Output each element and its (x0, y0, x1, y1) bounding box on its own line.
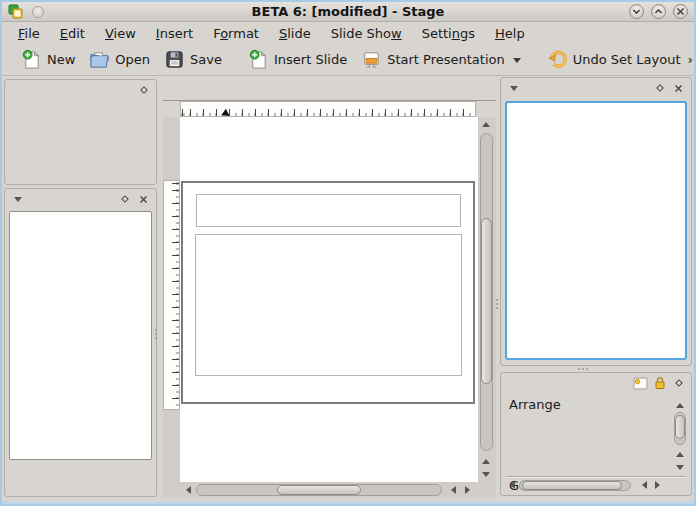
tool-options-header (501, 373, 691, 393)
right-splitter-handle[interactable] (578, 368, 588, 370)
toolbar-button-label: Start Presentation (387, 52, 505, 67)
menu-file[interactable]: File (8, 24, 50, 43)
close-dock-icon[interactable] (672, 82, 685, 95)
dropdown-arrow-icon[interactable] (513, 58, 521, 67)
scroll-down-icon[interactable] (480, 468, 492, 480)
tool-options-dock: Arrange Geometry (500, 372, 692, 496)
dock-splitter-handle[interactable] (155, 329, 157, 339)
insert-slide-icon (248, 49, 269, 70)
insert-slide-button[interactable]: Insert Slide (241, 46, 354, 73)
menubar: FileEditViewInsertFormatSlideSlide ShowS… (2, 23, 694, 44)
slide-canvas[interactable] (180, 117, 478, 482)
save-button[interactable]: Save (157, 46, 229, 73)
layout-list (505, 101, 687, 360)
open-folder-icon (89, 49, 110, 70)
collapse-dock-icon[interactable] (507, 82, 520, 95)
float-dock-icon[interactable] (653, 82, 666, 95)
canvas-area (163, 117, 496, 497)
close-button[interactable] (673, 4, 688, 19)
menu-help[interactable]: Help (485, 24, 535, 43)
scroll-up-icon[interactable] (674, 448, 686, 460)
slide-layouts-dock (500, 77, 692, 366)
document-dock (4, 188, 157, 497)
new-doc-icon (21, 49, 42, 70)
minimize-button[interactable] (629, 4, 644, 19)
menu-slide[interactable]: Slide (269, 24, 321, 43)
toolbar-button-label: Save (190, 52, 222, 67)
scroll-left-icon[interactable] (506, 479, 518, 491)
tools-dock (4, 79, 157, 185)
section-divider (507, 476, 685, 477)
arrange-section-label: Arrange (509, 397, 561, 412)
document-dock-header (5, 189, 156, 209)
menu-slide-show[interactable]: Slide Show (321, 24, 412, 43)
scroll-up-icon[interactable] (674, 399, 686, 411)
canvas-vertical-scrollbar[interactable] (479, 118, 494, 481)
arrange-buttons (507, 413, 669, 471)
horizontal-ruler (180, 101, 476, 117)
start-presentation-button[interactable]: Start Presentation (354, 46, 528, 73)
window-title: BETA 6: [modified] - Stage (2, 4, 694, 19)
toolbar-button-label: Open (115, 52, 150, 67)
tool-options-horizontal-scrollbar[interactable] (506, 479, 664, 492)
toolbar-button-label: Undo Set Layout (573, 52, 681, 67)
center-splitter-handle[interactable] (496, 299, 498, 309)
view-tabbar (163, 78, 496, 101)
application-window: BETA 6: [modified] - Stage FileEditViewI… (0, 0, 696, 506)
scroll-down-icon[interactable] (674, 461, 686, 473)
slide-list (9, 211, 152, 460)
scroll-left-icon[interactable] (447, 484, 459, 496)
tools-dock-header (5, 80, 156, 100)
scroll-right-icon[interactable] (651, 479, 663, 491)
window-controls (629, 4, 688, 19)
vertical-scroll-thumb[interactable] (675, 415, 685, 439)
undo-icon (547, 49, 568, 70)
vertical-scroll-thumb[interactable] (481, 218, 492, 384)
toolbar-button-label: New (47, 52, 75, 67)
vertical-ruler (163, 180, 180, 410)
collapse-dock-icon[interactable] (11, 193, 24, 206)
close-dock-icon[interactable] (137, 193, 150, 206)
menu-settings[interactable]: Settings (412, 24, 485, 43)
toolbar-overflow-button[interactable]: › (687, 52, 692, 67)
horizontal-scroll-thumb[interactable] (522, 481, 622, 490)
slide-layouts-header (501, 78, 691, 98)
start-presentation-icon (361, 49, 382, 70)
float-dock-icon[interactable] (137, 84, 150, 97)
tool-options-vertical-scrollbar[interactable] (673, 399, 687, 473)
maximize-button[interactable] (651, 4, 666, 19)
scroll-up-icon[interactable] (480, 455, 492, 467)
toolbar-button-label: Insert Slide (274, 52, 347, 67)
menu-edit[interactable]: Edit (50, 24, 95, 43)
titlebar[interactable]: BETA 6: [modified] - Stage (2, 2, 694, 22)
open-button[interactable]: Open (82, 46, 157, 73)
menu-insert[interactable]: Insert (146, 24, 203, 43)
shape-properties-icon[interactable] (633, 377, 648, 390)
new-button[interactable]: New (14, 46, 82, 73)
menu-format[interactable]: Format (203, 24, 269, 43)
undo-set-layout-button[interactable]: Undo Set Layout (540, 46, 688, 73)
scroll-left-icon[interactable] (638, 479, 650, 491)
slide-page[interactable] (181, 181, 475, 404)
scroll-up-icon[interactable] (480, 118, 492, 130)
menu-view[interactable]: View (95, 24, 146, 43)
float-dock-icon[interactable] (118, 193, 131, 206)
title-placeholder[interactable] (196, 194, 461, 227)
scroll-left-icon[interactable] (182, 484, 194, 496)
content-placeholder[interactable] (195, 234, 462, 376)
lock-dock-icon[interactable] (654, 376, 666, 390)
main-toolbar: NewOpenSaveInsert SlideStart Presentatio… (2, 44, 694, 76)
float-dock-icon[interactable] (672, 377, 685, 390)
canvas-horizontal-scrollbar[interactable] (182, 483, 475, 497)
save-icon (164, 49, 185, 70)
horizontal-scroll-thumb[interactable] (277, 485, 361, 495)
scroll-right-icon[interactable] (461, 484, 473, 496)
